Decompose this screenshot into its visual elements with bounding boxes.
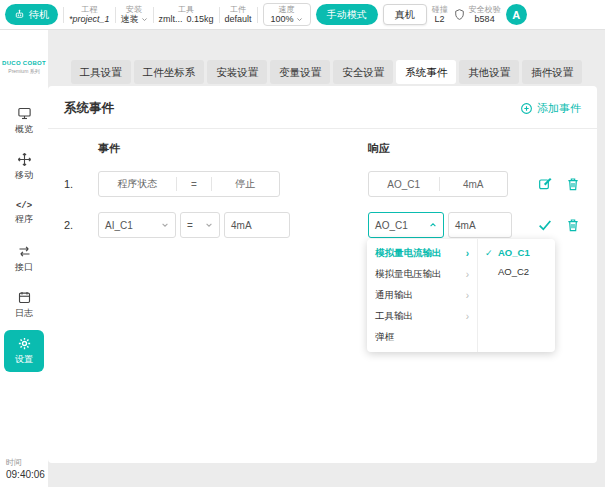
speed-selector[interactable]: 速度 100%: [263, 3, 311, 27]
divider: [48, 128, 597, 129]
response-output-select[interactable]: AO_C1: [368, 212, 444, 238]
robot-icon: [14, 9, 25, 20]
add-event-button[interactable]: 添加事件: [520, 101, 581, 116]
robot-status-label: 待机: [29, 8, 49, 22]
event-source-value: AI_C1: [105, 220, 133, 231]
delete-icon[interactable]: [565, 217, 581, 233]
submenu-item-ao-c1[interactable]: ✓ AO_C1: [478, 243, 555, 262]
event-operator-select[interactable]: =: [180, 212, 220, 238]
speed-label: 速度: [279, 5, 295, 14]
submenu-item-label: AO_C1: [498, 247, 530, 258]
robot-status-button[interactable]: 待机: [5, 4, 58, 25]
install-group[interactable]: 安装 速装: [121, 5, 148, 25]
event-value: 停止: [212, 172, 279, 196]
menu-item-analog-current-output[interactable]: 模拟量电流输出 ›: [367, 243, 477, 264]
tool-label: 工具: [178, 5, 194, 14]
submenu-arrow-icon: ›: [466, 248, 469, 259]
code-icon: </>: [16, 201, 32, 211]
real-machine-button[interactable]: 真机: [383, 4, 427, 25]
delete-icon[interactable]: [565, 176, 581, 192]
submenu-item-label: AO_C2: [498, 266, 529, 277]
project-group[interactable]: 工程 *project_1: [69, 5, 110, 25]
monitor-icon: [17, 106, 32, 121]
table-header: 事件 响应: [64, 141, 581, 156]
menu-item-analog-voltage-output[interactable]: 模拟量电压输出 ›: [367, 264, 477, 285]
sidebar-item-settings[interactable]: 设置: [4, 330, 44, 372]
event-value-input[interactable]: 4mA: [224, 212, 290, 238]
manual-mode-button[interactable]: 手动模式: [316, 4, 378, 25]
divider: [153, 7, 154, 23]
response-value: 4mA: [440, 172, 508, 196]
chevron-down-icon: [296, 16, 303, 23]
divider: [257, 7, 258, 23]
menu-item-tool-output[interactable]: 工具输出 ›: [367, 306, 477, 327]
safety-value: b584: [475, 14, 495, 24]
workpiece-value: default: [225, 14, 252, 24]
chevron-down-icon: [205, 221, 213, 229]
column-event: 事件: [98, 141, 368, 156]
tool-weight: 0.15kg: [187, 14, 214, 24]
divider: [63, 7, 64, 23]
shield-icon: [453, 8, 466, 21]
time-label: 时间: [6, 458, 45, 468]
add-event-label: 添加事件: [537, 101, 581, 116]
menu-item-popup[interactable]: 弹框: [367, 327, 477, 348]
time-value: 09:40:06: [6, 468, 45, 481]
collision-label: 碰撞: [432, 5, 448, 14]
tab-install-settings[interactable]: 安装设置: [207, 60, 267, 84]
event-operator: =: [177, 172, 211, 196]
sidebar-item-label: 程序: [15, 213, 33, 226]
gear-icon: [17, 336, 32, 351]
sidebar-item-program[interactable]: </> 程序: [4, 192, 44, 234]
tab-plugin-settings[interactable]: 插件设置: [522, 60, 582, 84]
output-type-dropdown: 模拟量电流输出 › 模拟量电压输出 › 通用输出 › 工具输出 ›: [367, 239, 555, 352]
divider: [115, 7, 116, 23]
brand-logo: DUCO COBOT Premium 系列: [2, 60, 46, 74]
sidebar-item-move[interactable]: 移动: [4, 146, 44, 188]
row-index: 2.: [64, 219, 98, 231]
sidebar-item-overview[interactable]: 概览: [4, 100, 44, 142]
tab-tool-settings[interactable]: 工具设置: [71, 60, 131, 84]
tab-other-settings[interactable]: 其他设置: [459, 60, 519, 84]
sidebar-item-interface[interactable]: 接口: [4, 238, 44, 280]
table-row: 2. AI_C1 = 4mA AO_C1: [64, 212, 581, 238]
brand-title: DUCO COBOT: [2, 60, 46, 68]
table-row: 1. 程序状态 = 停止 AO_C1 4mA: [64, 171, 581, 197]
chevron-up-icon: [429, 221, 437, 229]
tab-system-events[interactable]: 系统事件: [396, 60, 456, 84]
row-index: 1.: [64, 178, 98, 190]
sidebar-item-log[interactable]: 日志: [4, 284, 44, 326]
response-value-input[interactable]: 4mA: [448, 212, 512, 238]
tool-name: zmlt...: [159, 14, 183, 24]
divider: [219, 7, 220, 23]
confirm-check-icon[interactable]: [537, 217, 553, 233]
tab-safety-settings[interactable]: 安全设置: [333, 60, 393, 84]
collision-level: L2: [435, 14, 445, 24]
chevron-down-icon: [161, 221, 169, 229]
sidebar-item-label: 设置: [15, 353, 33, 366]
collision-group[interactable]: 碰撞 L2: [432, 5, 448, 25]
sidebar-item-label: 概览: [15, 123, 33, 136]
circle-plus-icon: [520, 102, 533, 115]
menu-item-label: 工具输出: [375, 310, 413, 323]
tool-group[interactable]: 工具 zmlt... 0.15kg: [159, 5, 214, 25]
workpiece-label: 工件: [230, 5, 246, 14]
check-icon: ✓: [485, 248, 495, 258]
tab-workpiece-coords[interactable]: 工件坐标系: [134, 60, 205, 84]
menu-item-label: 弹框: [375, 331, 394, 344]
safety-check-group[interactable]: 安全校验 b584: [453, 5, 501, 25]
submenu-arrow-icon: ›: [466, 269, 469, 280]
edit-icon[interactable]: [537, 176, 553, 192]
event-source-select[interactable]: AI_C1: [98, 212, 176, 238]
sidebar-item-label: 移动: [15, 169, 33, 182]
tab-variable-settings[interactable]: 变量设置: [270, 60, 330, 84]
menu-item-general-output[interactable]: 通用输出 ›: [367, 285, 477, 306]
menu-item-label: 模拟量电流输出: [375, 247, 442, 260]
install-value: 速装: [121, 14, 139, 24]
submenu-item-ao-c2[interactable]: AO_C2: [478, 262, 555, 281]
avatar[interactable]: A: [506, 4, 527, 25]
workpiece-group[interactable]: 工件 default: [225, 5, 252, 25]
menu-item-label: 通用输出: [375, 289, 413, 302]
topbar: 待机 工程 *project_1 安装 速装 工具 zmlt... 0.15kg…: [0, 0, 605, 30]
main-area: 工具设置 工件坐标系 安装设置 变量设置 安全设置 系统事件 其他设置 插件设置…: [48, 30, 605, 487]
